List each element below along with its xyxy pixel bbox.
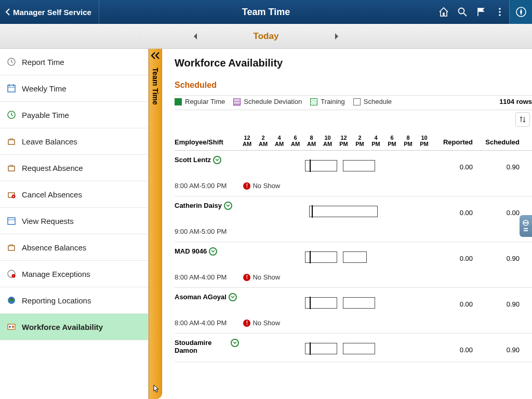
next-day-button[interactable] — [330, 30, 343, 43]
row-action-icon[interactable] — [231, 339, 239, 347]
time-col-header: 8PM — [400, 135, 416, 150]
employee-name: MAD 9046 — [175, 247, 207, 255]
swatch-regular-icon — [175, 98, 182, 105]
sidebar-item-workforce-availability[interactable]: Workforce Availability — [0, 314, 148, 340]
svg-point-25 — [9, 326, 11, 328]
sidebar-item-label: Leave Balances — [22, 137, 77, 146]
back-label: Manager Self Service — [13, 8, 91, 17]
menu-dots-icon[interactable] — [490, 0, 509, 24]
swatch-deviation-icon — [233, 98, 241, 105]
col-reported: Reported — [432, 138, 479, 150]
svg-rect-29 — [524, 228, 528, 229]
rows-count: 1104 rows — [499, 98, 532, 105]
sidebar-item-label: Manage Exceptions — [22, 270, 90, 278]
time-col-header: 12AM — [239, 135, 255, 150]
no-show-indicator: !No Show — [243, 319, 280, 327]
schedule-bar — [305, 343, 337, 354]
alert-icon: ! — [243, 274, 250, 281]
legend-regular: Regular Time — [175, 98, 225, 105]
svg-text:!: ! — [13, 274, 14, 277]
home-icon[interactable] — [434, 0, 453, 24]
sidebar-item-cancel-absences[interactable]: Cancel Absences — [0, 181, 148, 208]
svg-point-26 — [12, 326, 14, 328]
sidebar-item-label: Request Absence — [22, 164, 83, 172]
chevron-left-icon — [5, 8, 10, 16]
sort-button[interactable] — [515, 112, 530, 127]
sidebar-item-reporting-locations[interactable]: Reporting Locations — [0, 287, 148, 314]
row-action-icon[interactable] — [209, 247, 217, 256]
grid-header: Employee/Shift 12AM2AM4AM6AM8AM10AM12PM2… — [175, 110, 532, 151]
employee-name: Asoman AGoyal — [175, 293, 227, 301]
collapse-rail[interactable]: Team Time — [149, 49, 162, 399]
svg-rect-16 — [8, 218, 15, 224]
svg-point-23 — [11, 298, 12, 300]
top-banner: Manager Self Service Team Time — [0, 0, 532, 24]
schedule-bar — [343, 297, 375, 309]
side-panel-tab[interactable] — [520, 215, 532, 237]
time-col-header: 2AM — [255, 135, 271, 150]
divider — [99, 0, 99, 24]
bars-area — [239, 249, 432, 264]
flag-icon[interactable] — [472, 0, 490, 24]
row-action-icon[interactable] — [229, 293, 237, 301]
prev-day-button[interactable] — [189, 30, 202, 43]
shift-text: 8:00 AM-5:00 PM — [175, 182, 227, 190]
scheduled-value: 0.90 — [479, 293, 526, 310]
svg-rect-18 — [8, 246, 15, 250]
swatch-training-icon — [310, 98, 317, 105]
sidebar-item-weekly-time[interactable]: Weekly Time — [0, 75, 148, 102]
schedule-bar — [305, 160, 337, 171]
search-icon[interactable] — [453, 0, 472, 24]
sidebar-item-label: Cancel Absences — [22, 190, 82, 199]
sidebar-item-leave-balances[interactable]: Leave Balances — [0, 128, 148, 155]
schedule-bar — [343, 343, 375, 354]
bars-area — [239, 341, 432, 355]
page-banner-title: Team Time — [242, 7, 290, 18]
sidebar-item-manage-exceptions[interactable]: !Manage Exceptions — [0, 261, 148, 287]
time-columns: 12AM2AM4AM6AM8AM10AM12PM2PM4PM6PM8PM10PM — [239, 135, 432, 150]
sidebar-item-payable-time[interactable]: Payable Time — [0, 102, 148, 128]
svg-rect-30 — [524, 230, 528, 231]
scheduled-value: 0.90 — [479, 339, 526, 355]
svg-point-0 — [459, 8, 464, 14]
sidebar-item-label: Reporting Locations — [22, 296, 91, 305]
sidebar-icon — [6, 163, 17, 173]
sidebar-item-absence-balances[interactable]: Absence Balances — [0, 234, 148, 261]
schedule-bar — [309, 206, 378, 217]
back-button[interactable]: Manager Self Service — [0, 0, 99, 24]
legend: Regular Time Schedule Deviation Training… — [175, 95, 532, 110]
employee-row: Catherin Daisy0.000.009:00 AM-5:00 PM — [175, 196, 532, 242]
row-action-icon[interactable] — [224, 202, 232, 210]
sidebar-icon — [6, 83, 17, 94]
svg-point-3 — [499, 11, 501, 13]
svg-rect-13 — [8, 166, 15, 171]
svg-line-1 — [464, 14, 467, 17]
employee-row: Scott Lentz0.000.908:00 AM-5:00 PM!No Sh… — [175, 151, 532, 196]
sidebar-item-request-absence[interactable]: Request Absence — [0, 155, 148, 181]
schedule-bar — [343, 251, 367, 263]
col-employee: Employee/Shift — [175, 138, 239, 150]
shift-text: 9:00 AM-5:00 PM — [175, 228, 227, 235]
legend-schedule: Schedule — [353, 98, 392, 105]
employee-name: Stoudamire Damon — [175, 339, 229, 354]
banner-icons — [434, 0, 532, 24]
sidebar-item-label: Payable Time — [22, 111, 69, 119]
collapse-chevron-icon[interactable] — [150, 52, 161, 61]
sidebar-item-view-requests[interactable]: View Requests — [0, 208, 148, 234]
legend-training: Training — [310, 98, 344, 105]
employee-row: Stoudamire Damon0.000.90 — [175, 334, 532, 362]
compass-icon[interactable] — [509, 0, 532, 24]
no-show-indicator: !No Show — [243, 182, 280, 190]
swatch-schedule-icon — [353, 98, 361, 105]
sidebar-icon: ! — [6, 269, 17, 279]
sidebar-item-report-time[interactable]: Report Time — [0, 49, 148, 75]
row-action-icon[interactable] — [213, 156, 221, 164]
date-nav-bar: Today — [0, 24, 532, 49]
time-col-header: 2PM — [352, 135, 368, 150]
bars-area — [239, 204, 432, 218]
employee-name: Catherin Daisy — [175, 202, 222, 209]
alert-icon: ! — [243, 182, 250, 190]
time-col-header: 8AM — [303, 135, 320, 150]
sidebar-icon — [6, 295, 17, 305]
sidebar-item-label: Workforce Availability — [22, 323, 103, 331]
